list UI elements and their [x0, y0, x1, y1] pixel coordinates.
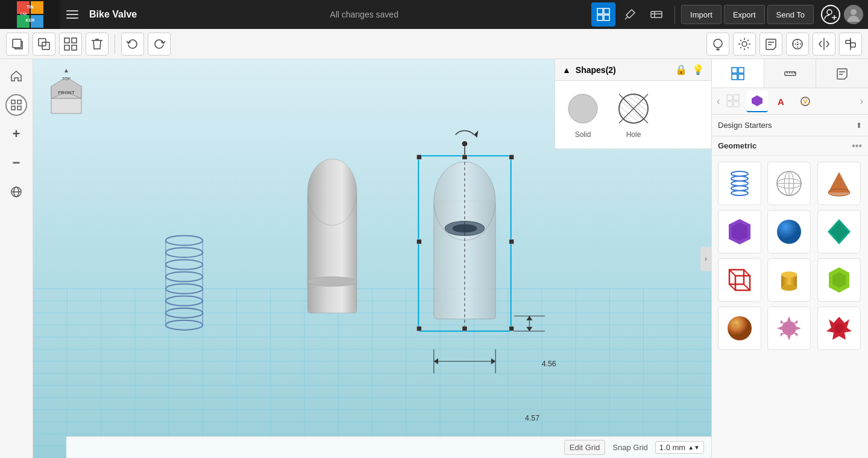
- hole-shape-option[interactable]: Hole: [615, 91, 652, 139]
- sendto-button[interactable]: Send To: [767, 5, 814, 24]
- svg-point-169: [805, 97, 807, 98]
- fit-view-button[interactable]: [5, 94, 27, 116]
- snap-grid-label: Snap Grid: [612, 443, 648, 452]
- solid-label: Solid: [575, 130, 591, 139]
- text-nav-btn[interactable]: A: [770, 91, 792, 112]
- shape-card-cone[interactable]: [817, 162, 861, 205]
- svg-marker-166: [752, 95, 763, 106]
- category-bar: Design Starters Featured Basic Shapes ⬆: [712, 115, 868, 136]
- mirror-tool[interactable]: [813, 33, 835, 56]
- shapes-collapse-button[interactable]: ▲: [562, 65, 571, 75]
- svg-rect-120: [509, 154, 514, 159]
- svg-text:KER: KER: [26, 18, 35, 22]
- svg-point-176: [731, 191, 748, 196]
- svg-point-17: [827, 10, 832, 14]
- duplicate-button[interactable]: [33, 33, 55, 56]
- svg-point-203: [741, 322, 744, 324]
- shape-card-blue-sphere[interactable]: [767, 210, 811, 253]
- shape-card-red-cube[interactable]: [718, 258, 761, 302]
- snap-grid-selector[interactable]: 1.0 mm ▲▼: [655, 441, 704, 454]
- svg-marker-211: [781, 320, 784, 323]
- purple-hex-nav-btn[interactable]: [746, 91, 768, 112]
- svg-marker-183: [828, 172, 850, 192]
- shapes-header: ▲ Shapes(2) 🔒 💡: [555, 59, 711, 81]
- shapes-grid: [712, 156, 868, 356]
- hammer-btn[interactable]: [618, 2, 642, 27]
- shapes-panel-body: Solid: [555, 81, 711, 148]
- dim-label-2: 4.57: [525, 414, 539, 422]
- svg-marker-186: [732, 223, 747, 241]
- svg-point-111: [307, 277, 357, 287]
- nav-arrow-left[interactable]: ‹: [717, 96, 720, 107]
- panel-collapse-arrow[interactable]: ›: [700, 247, 711, 271]
- block-btn[interactable]: [644, 2, 668, 27]
- svg-point-171: [801, 103, 803, 104]
- user-avatar[interactable]: [844, 5, 863, 24]
- separator: [115, 35, 115, 53]
- svg-marker-208: [787, 336, 791, 340]
- svg-rect-47: [846, 40, 851, 43]
- notes-tab[interactable]: [816, 59, 868, 87]
- shape-card-cylinder[interactable]: [767, 258, 811, 302]
- zoom-out-button[interactable]: −: [5, 152, 27, 174]
- note-tool[interactable]: [760, 33, 782, 56]
- edit-grid-button[interactable]: Edit Grid: [564, 440, 606, 455]
- solid-shape-option[interactable]: Solid: [565, 91, 601, 139]
- shape-card-spring[interactable]: [718, 162, 761, 205]
- zoom-in-button[interactable]: +: [5, 123, 27, 145]
- home-view-button[interactable]: [5, 65, 27, 87]
- svg-rect-165: [734, 101, 739, 107]
- viewport[interactable]: FRONT TOP ▲: [33, 59, 711, 458]
- shapes-panel-title: Shapes(2): [576, 65, 670, 75]
- hole-label: Hole: [626, 130, 641, 139]
- grid-view-tab[interactable]: [712, 59, 764, 87]
- right-nav-tabs: ‹ A: [712, 88, 868, 115]
- shape-card-purple-hex[interactable]: [718, 210, 761, 253]
- shape-card-crumpled[interactable]: [817, 307, 861, 350]
- shape-card-sphere-wire[interactable]: [767, 162, 811, 205]
- svg-line-194: [729, 284, 735, 290]
- redo-button[interactable]: [148, 33, 171, 56]
- shapes-eye-icon[interactable]: 💡: [692, 64, 704, 75]
- shape-card-gold-sphere[interactable]: [718, 307, 761, 350]
- custom-nav-btn[interactable]: [794, 91, 816, 112]
- menu-button[interactable]: [60, 0, 84, 29]
- svg-rect-50: [17, 100, 21, 104]
- category-dropdown[interactable]: Design Starters Featured Basic Shapes: [718, 121, 856, 130]
- user-area: [821, 5, 863, 24]
- nav-arrow-right[interactable]: ›: [860, 96, 863, 107]
- shape-card-teal-diamond[interactable]: [817, 210, 861, 253]
- export-button[interactable]: Export: [724, 5, 765, 24]
- category-chevron-icon: ⬆: [856, 121, 862, 130]
- group-button[interactable]: [59, 33, 82, 56]
- svg-rect-154: [738, 74, 744, 80]
- svg-rect-27: [72, 45, 77, 50]
- shape-card-green-hex[interactable]: [817, 258, 861, 302]
- circle-tool[interactable]: [786, 33, 809, 56]
- svg-rect-48: [851, 43, 855, 47]
- annotation-tool[interactable]: [706, 33, 729, 56]
- geo-more-button[interactable]: •••: [852, 141, 862, 151]
- svg-point-204: [743, 329, 747, 333]
- copy-workplane-button[interactable]: [6, 33, 29, 56]
- 3d-view-btn[interactable]: [591, 2, 615, 27]
- perspective-button[interactable]: [5, 181, 27, 203]
- nav-cube[interactable]: FRONT TOP ▲: [39, 65, 93, 119]
- svg-rect-121: [417, 239, 421, 244]
- svg-marker-189: [830, 221, 848, 242]
- undo-button[interactable]: [121, 33, 144, 56]
- shapes-lock-icon[interactable]: 🔒: [675, 64, 687, 75]
- delete-button[interactable]: [86, 33, 108, 56]
- svg-line-38: [747, 40, 749, 41]
- ruler-tab[interactable]: [764, 59, 817, 87]
- shape-card-spiky[interactable]: [767, 307, 811, 350]
- svg-marker-213: [781, 333, 784, 337]
- svg-point-216: [834, 323, 844, 333]
- align-tool[interactable]: [839, 33, 862, 56]
- add-user-button[interactable]: [821, 5, 840, 24]
- grid-nav-btn[interactable]: [722, 91, 744, 112]
- svg-marker-209: [777, 326, 782, 330]
- import-button[interactable]: Import: [681, 5, 722, 24]
- svg-point-20: [851, 9, 857, 15]
- light-tool[interactable]: [733, 33, 756, 56]
